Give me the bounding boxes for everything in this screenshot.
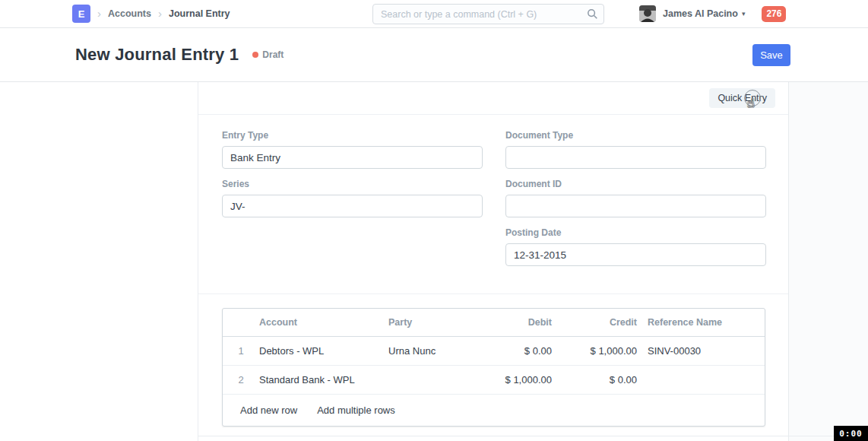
table-row[interactable]: 2 Standard Bank - WPL $ 1,000.00 $ 0.00 (223, 366, 765, 395)
grid-header-party: Party (388, 317, 480, 328)
app-logo-letter: E (78, 8, 85, 20)
document-type-field: Document Type (505, 130, 766, 169)
draft-status-dot (252, 52, 258, 58)
right-margin-panel (788, 82, 868, 441)
reference-name-cell[interactable]: SINV-00030 (637, 345, 765, 357)
chevron-right-icon: › (97, 8, 101, 21)
grid-footer: Add new row Add multiple rows (223, 395, 765, 426)
debit-cell[interactable]: $ 1,000.00 (480, 374, 552, 385)
section-divider (198, 436, 868, 436)
breadcrumb-journal-entry[interactable]: Journal Entry (169, 8, 230, 19)
status-badge: Draft (262, 49, 284, 60)
add-new-row-button[interactable]: Add new row (240, 405, 297, 416)
form-column-right: Document Type Document ID Posting Date (505, 130, 766, 276)
series-field: Series (222, 179, 483, 217)
recording-timer: 0:00 (834, 426, 868, 441)
table-row[interactable]: 1 Debtors - WPL Urna Nunc $ 0.00 $ 1,000… (223, 337, 765, 366)
global-search (372, 4, 604, 24)
avatar-image (639, 5, 656, 22)
document-id-label: Document ID (505, 179, 766, 189)
document-id-field: Document ID (505, 179, 766, 217)
form-column-left: Entry Type Series (222, 130, 483, 276)
entry-type-label: Entry Type (222, 130, 483, 141)
series-label: Series (222, 179, 483, 189)
accounting-entries-section: Account Party Debit Credit Reference Nam… (198, 294, 788, 427)
grid-header-debit: Debit (480, 317, 552, 328)
row-index[interactable]: 2 (223, 374, 259, 385)
form-toolbar: Quick Entry (198, 82, 788, 115)
entry-type-field: Entry Type (222, 130, 483, 169)
breadcrumb: E › Accounts › Journal Entry (72, 0, 230, 27)
chevron-right-icon: › (158, 8, 162, 21)
credit-cell[interactable]: $ 1,000.00 (552, 345, 637, 357)
save-button[interactable]: Save (752, 44, 790, 66)
navbar: E › Accounts › Journal Entry (0, 0, 868, 28)
party-cell[interactable]: Urna Nunc (388, 345, 480, 357)
user-name[interactable]: James Al Pacino (663, 8, 738, 19)
user-avatar[interactable] (639, 5, 656, 22)
search-icon[interactable] (587, 8, 598, 20)
entry-type-input[interactable] (222, 146, 483, 169)
series-input[interactable] (222, 195, 483, 217)
entries-grid: Account Party Debit Credit Reference Nam… (222, 308, 765, 427)
title-area: New Journal Entry 1 Draft (75, 28, 284, 81)
row-index[interactable]: 1 (223, 345, 259, 357)
status-indicator: Draft (252, 49, 284, 60)
quick-entry-button[interactable]: Quick Entry (709, 88, 775, 108)
posting-date-label: Posting Date (505, 227, 766, 238)
grid-header-reference-name: Reference Name (637, 317, 765, 328)
notification-count-badge[interactable]: 276 (762, 6, 786, 22)
document-id-input[interactable] (505, 195, 766, 217)
form-fields-section: Entry Type Series Document Type Document… (198, 115, 788, 294)
journal-entry-page: E › Accounts › Journal Entry (0, 0, 868, 441)
app-logo[interactable]: E (72, 5, 90, 23)
document-type-label: Document Type (505, 130, 766, 141)
page-header: New Journal Entry 1 Draft Save (0, 28, 868, 82)
document-type-input[interactable] (505, 146, 766, 169)
credit-cell[interactable]: $ 0.00 (552, 374, 637, 385)
grid-header-row: Account Party Debit Credit Reference Nam… (223, 309, 765, 337)
left-margin-panel (0, 82, 198, 441)
chevron-down-icon: ▾ (742, 10, 746, 17)
search-input[interactable] (372, 4, 604, 24)
navbar-user-area: James Al Pacino ▾ 276 (639, 0, 786, 27)
breadcrumb-accounts[interactable]: Accounts (108, 8, 151, 19)
account-cell[interactable]: Debtors - WPL (259, 345, 388, 357)
add-multiple-rows-button[interactable]: Add multiple rows (317, 405, 395, 416)
posting-date-field: Posting Date (505, 227, 766, 266)
posting-date-input[interactable] (505, 243, 766, 266)
grid-header-account: Account (259, 317, 388, 328)
page-title: New Journal Entry 1 (75, 45, 239, 65)
debit-cell[interactable]: $ 0.00 (480, 345, 552, 357)
form-area: Quick Entry Entry Type Series Document T… (198, 82, 788, 441)
grid-header-credit: Credit (552, 317, 637, 328)
account-cell[interactable]: Standard Bank - WPL (259, 374, 388, 385)
